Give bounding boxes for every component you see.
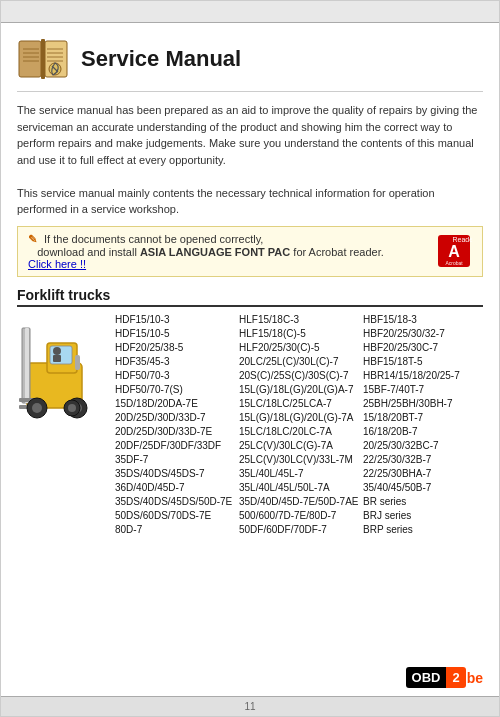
model-cell: HLF15/18C-3 [239,313,359,326]
model-cell: 22/25/30/32B-7 [363,453,483,466]
model-cell: 35DF-7 [115,453,235,466]
forklift-image [17,313,107,536]
model-cell: BRJ series [363,509,483,522]
two-text: 2 [446,667,465,688]
model-cell: HDF50/70-7(S) [115,383,235,396]
model-grid: HDF15/10-3HLF15/18C-3HBF15/18-3HDF15/10-… [115,313,483,536]
model-cell: 35D/40D/45D-7E/50D-7AE [239,495,359,508]
model-cell: 15/18/20BT-7 [363,411,483,424]
model-cell: 35DS/40DS/45DS-7 [115,467,235,480]
svg-text:Reader: Reader [453,236,472,243]
warning-box: ✎ If the documents cannot be opened corr… [17,226,483,277]
model-cell: 25BH/25BH/30BH-7 [363,397,483,410]
forklift-content: HDF15/10-3HLF15/18C-3HBF15/18-3HDF15/10-… [17,313,483,536]
header-section: Service Manual [17,35,483,92]
click-here-link[interactable]: Click here !! [28,258,86,270]
model-cell: 35L/40L/45L/50L-7A [239,481,359,494]
model-cell: HBF20/25/30/32-7 [363,327,483,340]
model-cell: 80D-7 [115,523,235,536]
page-indicator: 11 [244,701,255,712]
model-cell: 25LC(V)/30LC(V)/33L-7M [239,453,359,466]
svg-text:Acrobat: Acrobat [445,260,463,266]
description-text: The service manual has been prepared as … [17,102,483,218]
svg-point-30 [68,404,76,412]
svg-rect-20 [53,355,61,362]
model-cell: 36D/40D/45D-7 [115,481,235,494]
model-cell: 35DS/40DS/45DS/50D-7E [115,495,235,508]
model-cell: 15L(G)/18L(G)/20L(G)-7A [239,411,359,424]
model-cell: 15LC/18LC/25LCA-7 [239,397,359,410]
svg-rect-22 [25,328,29,403]
warning-icon: ✎ [28,233,37,245]
obd-text: OBD [406,667,447,688]
model-cell: HLF15/18(C)-5 [239,327,359,340]
model-cell: HDF15/10-5 [115,327,235,340]
svg-point-26 [32,403,42,413]
model-cell: HBF15/18-3 [363,313,483,326]
model-cell: HBF20/25/30C-7 [363,341,483,354]
model-cell: HDF15/10-3 [115,313,235,326]
header-title-block: Service Manual [81,46,241,72]
model-cell: 15D/18D/20DA-7E [115,397,235,410]
app-container: Service Manual The service manual has be… [0,0,500,717]
model-cell: 15BF-7/40T-7 [363,383,483,396]
model-cell: 22/25/30BHA-7 [363,467,483,480]
model-cell: 35/40/45/50B-7 [363,481,483,494]
forklift-section-wrapper: Forklift trucks [17,287,483,536]
book-icon [17,35,69,83]
model-cell: HBR14/15/18/20/25-7 [363,369,483,382]
model-cell: 16/18/20B-7 [363,425,483,438]
model-cell: 20LC/25L(C)/30L(C)-7 [239,355,359,368]
model-cell: HLF20/25/30(C)-5 [239,341,359,354]
model-cell: 20D/25D/30D/33D-7E [115,425,235,438]
model-cell: HBF15/18T-5 [363,355,483,368]
main-content[interactable]: Service Manual The service manual has be… [1,23,499,696]
svg-rect-31 [75,355,80,370]
svg-rect-0 [19,41,41,77]
forklift-section-title: Forklift trucks [17,287,483,307]
svg-text:A: A [448,243,460,260]
model-cell: BRP series [363,523,483,536]
toolbar [1,1,499,23]
model-cell: 20DF/25DF/30DF/33DF [115,439,235,452]
model-cell: 20S(C)/25S(C)/30S(C)-7 [239,369,359,382]
model-cell: 20D/25D/30D/33D-7 [115,411,235,424]
model-cell: 25LC(V)/30LC(G)-7A [239,439,359,452]
model-cell: HDF20/25/38-5 [115,341,235,354]
model-cell: 50DF/60DF/70DF-7 [239,523,359,536]
asia-font-text: ASIA LANGUAGE FONT PAC [140,246,290,258]
obd2be-logo: OBD2be [406,667,483,688]
model-cell: 50DS/60DS/70DS-7E [115,509,235,522]
model-cell: 35L/40L/45L-7 [239,467,359,480]
model-cell: 15L(G)/18L(G)/20L(G)A-7 [239,383,359,396]
model-table: HDF15/10-3HLF15/18C-3HBF15/18-3HDF15/10-… [115,313,483,536]
page-title: Service Manual [81,46,241,72]
model-cell: 500/600/7D-7E/80D-7 [239,509,359,522]
model-cell: 20/25/30/32BC-7 [363,439,483,452]
model-cell: BR series [363,495,483,508]
be-text: be [467,670,483,686]
svg-rect-2 [41,39,45,79]
model-cell: HDF50/70-3 [115,369,235,382]
model-cell: HDF35/45-3 [115,355,235,368]
warning-text-block: ✎ If the documents cannot be opened corr… [28,233,426,270]
svg-point-19 [53,347,61,355]
acrobat-icon: A Acrobat Reader [436,233,472,269]
bottom-bar: 11 [1,696,499,716]
model-cell: 15LC/18LC/20LC-7A [239,425,359,438]
